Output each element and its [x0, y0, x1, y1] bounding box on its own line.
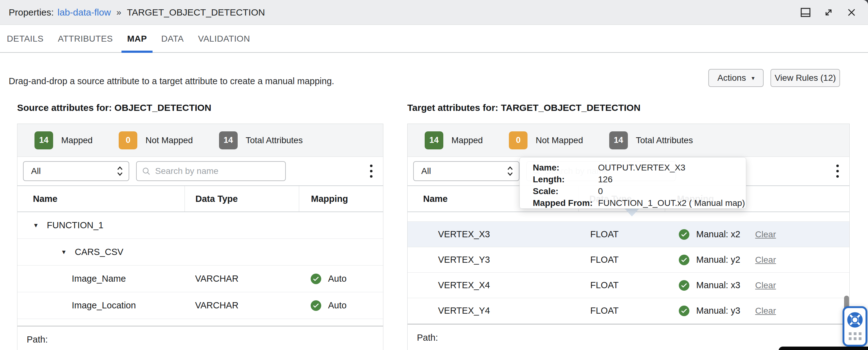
- clear-mapping-link[interactable]: Clear: [755, 229, 776, 240]
- select-updown-icon: [117, 166, 123, 177]
- not-mapped-label: Not Mapped: [535, 135, 583, 145]
- table-row[interactable]: VERTEX_Y3 FLOAT Manual: y2 Clear: [408, 247, 849, 273]
- source-filter-row: All: [18, 157, 383, 185]
- column-header-mapping: Mapping: [299, 186, 383, 212]
- partial-row: [18, 319, 383, 326]
- titlebar-prefix: Properties:: [9, 7, 54, 18]
- drag-handle-dots-icon[interactable]: [849, 332, 862, 340]
- total-label: Total Attributes: [246, 135, 303, 145]
- mapped-check-icon: [679, 306, 689, 316]
- target-stats-bar: 14 Mapped 0 Not Mapped 14 Total Attribut…: [408, 124, 849, 157]
- table-row[interactable]: VERTEX_X3 FLOAT Manual: x2 Clear: [408, 222, 849, 247]
- not-mapped-count-badge: 0: [509, 131, 528, 149]
- not-mapped-label: Not Mapped: [145, 135, 193, 145]
- table-row[interactable]: Image_Location VARCHAR Auto: [18, 292, 383, 319]
- source-table-header: Name Data Type Mapping: [18, 185, 383, 212]
- clear-mapping-link[interactable]: Clear: [755, 255, 776, 265]
- mapped-check-icon: [311, 300, 321, 311]
- column-header-type: Data Type: [185, 186, 299, 212]
- breadcrumb-link-dataflow[interactable]: lab-data-flow: [58, 7, 111, 18]
- lifebuoy-help-icon: [847, 312, 863, 328]
- properties-window: Properties: lab-data-flow » TARGET_OBJEC…: [0, 0, 868, 350]
- mapped-check-icon: [679, 255, 689, 265]
- tooltip-mapped-from-value: FUNCTION_1_OUT.x2 ( Manual map): [598, 197, 745, 209]
- tab-map[interactable]: MAP: [126, 25, 148, 52]
- table-row[interactable]: VERTEX_X4 FLOAT Manual: x3 Clear: [408, 273, 849, 298]
- source-search-input[interactable]: [154, 166, 280, 177]
- close-icon[interactable]: [846, 7, 857, 18]
- mapped-count-badge: 14: [34, 131, 53, 149]
- mapped-label: Mapped: [452, 135, 483, 145]
- table-row[interactable]: Image_Name VARCHAR Auto: [18, 265, 383, 292]
- column-header-name: Name: [18, 186, 185, 212]
- mapped-check-icon: [679, 229, 689, 240]
- table-row[interactable]: VERTEX_Y4 FLOAT Manual: y3 Clear: [408, 298, 849, 324]
- tree-collapse-icon[interactable]: ▼: [61, 249, 67, 256]
- tree-collapse-icon[interactable]: ▼: [33, 222, 39, 229]
- dock-panel-icon[interactable]: [800, 7, 811, 18]
- view-rules-button[interactable]: View Rules (12): [770, 69, 840, 87]
- select-updown-icon: [507, 166, 513, 177]
- attribute-tooltip: Name: OUTPUT.VERTEX_X3 Length: 126 Scale…: [520, 157, 746, 209]
- tab-data[interactable]: DATA: [161, 25, 185, 52]
- table-row-group[interactable]: ▼ CARS_CSV: [18, 239, 383, 265]
- actions-button[interactable]: Actions ▾: [708, 69, 764, 87]
- total-count-badge: 14: [609, 131, 628, 149]
- tab-validation[interactable]: VALIDATION: [197, 25, 251, 52]
- tooltip-name-label: Name:: [533, 162, 598, 173]
- table-row-group[interactable]: ▼ FUNCTION_1: [18, 212, 383, 239]
- help-widget-button[interactable]: [842, 306, 867, 347]
- tooltip-scale-label: Scale:: [533, 186, 598, 197]
- mapped-count-badge: 14: [425, 131, 443, 149]
- mapping-instruction: Drag-and-drop a source attribute to a ta…: [9, 76, 334, 86]
- target-overflow-menu-icon[interactable]: [834, 163, 841, 180]
- target-path-label: Path:: [408, 324, 849, 343]
- tooltip-length-label: Length:: [533, 174, 598, 185]
- clear-mapping-link[interactable]: Clear: [755, 306, 776, 316]
- clear-mapping-link[interactable]: Clear: [755, 280, 776, 290]
- chevron-down-icon: ▾: [751, 74, 754, 82]
- not-mapped-count-badge: 0: [119, 131, 137, 149]
- tooltip-name-value: OUTPUT.VERTEX_X3: [598, 162, 685, 173]
- breadcrumb-current: TARGET_OBJECT_DETECTION: [127, 7, 265, 18]
- tooltip-scale-value: 0: [598, 186, 603, 197]
- source-overflow-menu-icon[interactable]: [368, 163, 374, 180]
- search-icon: [142, 167, 150, 176]
- target-panel-title: Target attributes for: TARGET_OBJECT_DET…: [407, 102, 641, 113]
- tab-details[interactable]: DETAILS: [6, 25, 44, 52]
- tab-bar: DETAILS ATTRIBUTES MAP DATA VALIDATION: [0, 25, 868, 53]
- mapped-check-icon: [679, 280, 689, 291]
- titlebar: Properties: lab-data-flow » TARGET_OBJEC…: [0, 0, 868, 25]
- breadcrumb-separator: »: [117, 7, 121, 18]
- tooltip-mapped-from-label: Mapped From:: [533, 197, 598, 209]
- tooltip-caret: [624, 209, 639, 217]
- source-search-box: [136, 161, 286, 181]
- source-path-label: Path:: [18, 326, 383, 345]
- target-filter-select[interactable]: All: [413, 161, 520, 181]
- mapped-label: Mapped: [61, 135, 93, 145]
- tab-attributes[interactable]: ATTRIBUTES: [57, 25, 114, 52]
- total-label: Total Attributes: [636, 135, 693, 145]
- source-panel-title: Source attributes for: OBJECT_DETECTION: [17, 102, 211, 113]
- source-attributes-panel: 14 Mapped 0 Not Mapped 14 Total Attribut…: [17, 124, 383, 350]
- total-count-badge: 14: [219, 131, 238, 149]
- tooltip-length-value: 126: [598, 174, 613, 185]
- mapped-check-icon: [311, 274, 321, 284]
- source-filter-select[interactable]: All: [23, 161, 129, 181]
- expand-icon[interactable]: [823, 7, 834, 18]
- bottom-popup-edge: [778, 347, 868, 350]
- source-stats-bar: 14 Mapped 0 Not Mapped 14 Total Attribut…: [18, 124, 383, 157]
